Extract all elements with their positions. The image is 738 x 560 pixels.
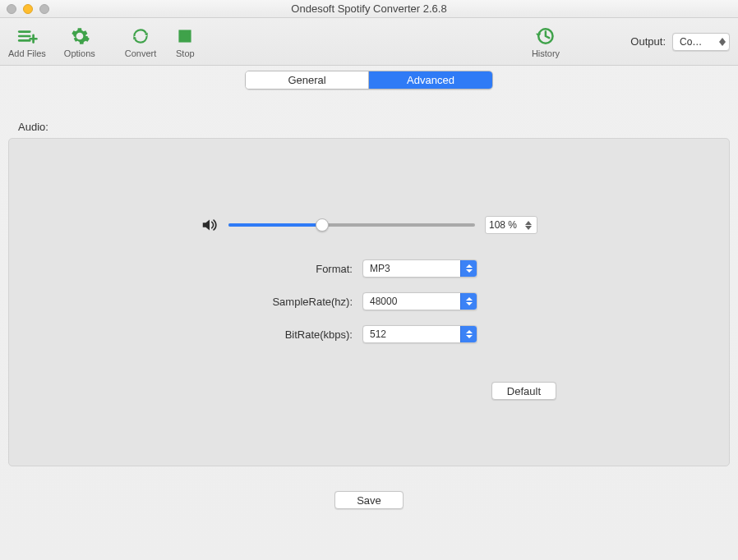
- svg-marker-16: [466, 302, 473, 305]
- svg-rect-7: [179, 30, 191, 42]
- minimize-window-icon[interactable]: [23, 4, 33, 14]
- content-area: General Advanced Audio: 108 % Format:: [0, 66, 738, 540]
- output-value: Co…: [680, 36, 716, 48]
- svg-marker-18: [466, 335, 473, 338]
- svg-marker-17: [466, 330, 473, 333]
- samplerate-value: 48000: [363, 296, 460, 307]
- bitrate-row: BitRate(kbps): 512: [9, 325, 729, 343]
- format-value: MP3: [363, 263, 460, 274]
- add-files-label: Add Files: [8, 48, 46, 58]
- chevron-up-down-icon: [460, 326, 477, 342]
- history-label: History: [532, 48, 560, 58]
- format-dropdown[interactable]: MP3: [362, 259, 477, 278]
- volume-value: 108 %: [489, 219, 517, 231]
- volume-slider-fill: [228, 223, 322, 227]
- tab-group: General Advanced: [245, 71, 493, 90]
- bitrate-dropdown[interactable]: 512: [362, 325, 477, 343]
- svg-marker-8: [536, 33, 542, 36]
- svg-marker-12: [525, 226, 532, 230]
- history-icon: [535, 25, 556, 47]
- output-dropdown[interactable]: Co…: [672, 33, 730, 51]
- audio-section-label: Audio:: [7, 106, 731, 138]
- convert-icon: [130, 25, 151, 47]
- options-label: Options: [64, 48, 95, 58]
- stop-button[interactable]: Stop: [174, 25, 196, 58]
- svg-marker-10: [719, 42, 726, 46]
- chevron-up-down-icon: [460, 293, 477, 310]
- gear-icon: [69, 25, 90, 47]
- samplerate-row: SampleRate(hz): 48000: [9, 292, 729, 310]
- save-button[interactable]: Save: [334, 491, 404, 509]
- svg-marker-14: [466, 269, 473, 273]
- convert-button[interactable]: Convert: [125, 25, 157, 58]
- volume-stepper-icon[interactable]: [525, 218, 535, 232]
- audio-panel: 108 % Format: MP3 SampleRate(hz): 48000: [8, 138, 730, 466]
- volume-row: 108 %: [9, 216, 729, 234]
- volume-icon: [201, 216, 219, 234]
- volume-slider-thumb[interactable]: [316, 218, 329, 232]
- convert-label: Convert: [125, 48, 157, 58]
- output-label: Output:: [630, 35, 666, 48]
- volume-value-field[interactable]: 108 %: [485, 216, 537, 234]
- maximize-window-icon[interactable]: [39, 4, 49, 14]
- format-label: Format:: [9, 263, 362, 275]
- window-controls: [0, 4, 49, 14]
- samplerate-dropdown[interactable]: 48000: [362, 292, 477, 310]
- chevron-up-down-icon: [460, 260, 477, 277]
- samplerate-label: SampleRate(hz):: [9, 296, 362, 308]
- format-row: Format: MP3: [9, 259, 729, 278]
- history-button[interactable]: History: [532, 25, 560, 58]
- add-files-icon: [16, 25, 38, 47]
- toolbar: Add Files Options Convert Stop History: [0, 18, 738, 66]
- output-selector: Output: Co…: [630, 33, 730, 51]
- default-button[interactable]: Default: [491, 382, 556, 400]
- add-files-button[interactable]: Add Files: [8, 25, 46, 58]
- chevron-up-down-icon: [719, 38, 726, 46]
- svg-marker-13: [466, 264, 473, 268]
- bitrate-label: BitRate(kbps):: [9, 328, 362, 341]
- tab-general[interactable]: General: [246, 71, 369, 89]
- stop-icon: [174, 25, 196, 47]
- tab-advanced[interactable]: Advanced: [369, 71, 492, 89]
- close-window-icon[interactable]: [7, 4, 16, 14]
- stop-label: Stop: [176, 48, 195, 58]
- titlebar: Ondesoft Spotify Converter 2.6.8: [0, 0, 738, 18]
- options-button[interactable]: Options: [64, 25, 95, 58]
- svg-marker-11: [525, 221, 532, 225]
- svg-marker-15: [466, 297, 473, 301]
- volume-slider[interactable]: [228, 223, 475, 227]
- bitrate-value: 512: [363, 328, 460, 340]
- window-title: Ondesoft Spotify Converter 2.6.8: [0, 2, 738, 15]
